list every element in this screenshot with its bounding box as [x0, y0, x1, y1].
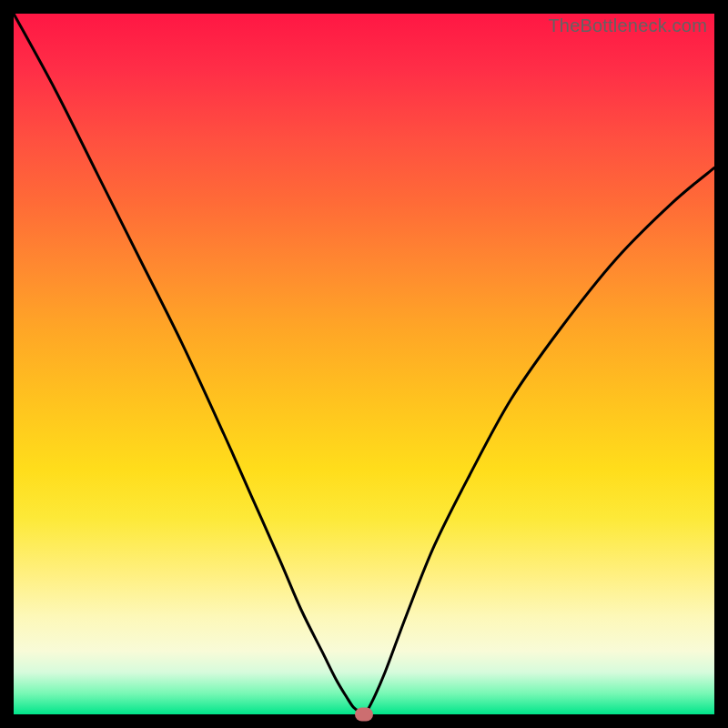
watermark-text: TheBottleneck.com: [548, 15, 707, 36]
gradient-plot-area: TheBottleneck.com: [14, 14, 714, 714]
optimum-marker: [355, 708, 373, 722]
bottleneck-curve: [14, 14, 714, 714]
